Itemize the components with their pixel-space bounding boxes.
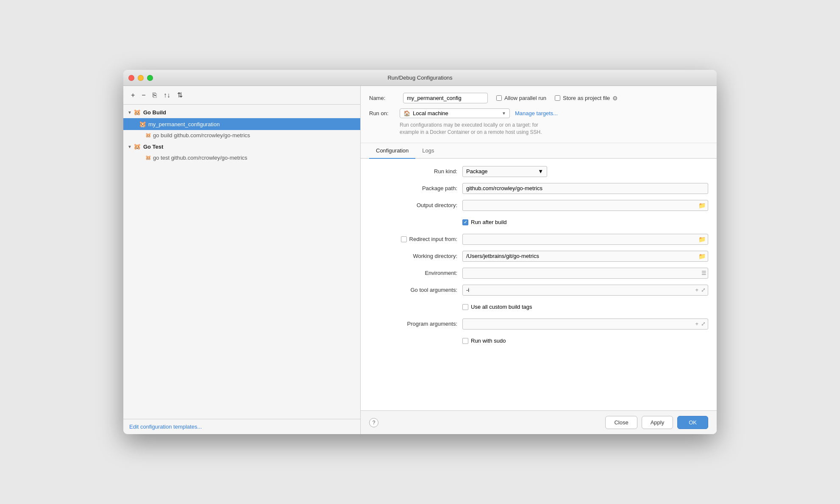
config-tree: ▼ 🐹 Go Build 🐹 my_permanent_configuratio… (123, 105, 360, 419)
content-area: + − ⎘ ↑↓ ⇅ ▼ 🐹 Go Build (123, 86, 717, 434)
package-path-label: Package path: (369, 185, 462, 191)
config-tabs: Configuration Logs (361, 143, 717, 159)
maximize-button[interactable] (147, 75, 153, 81)
allow-parallel-label[interactable]: Allow parallel run (496, 95, 546, 101)
store-as-project-checkbox[interactable] (555, 95, 560, 101)
package-path-field (462, 183, 708, 194)
redirect-input-input[interactable] (462, 234, 708, 245)
copy-config-button[interactable]: ⎘ (150, 90, 159, 101)
program-args-row: Program arguments: + ⤢ (369, 318, 708, 330)
config-icon-go-test: 🐹 (145, 155, 151, 161)
go-build-group-icon: 🐹 (134, 108, 141, 116)
output-dir-input[interactable] (462, 200, 708, 211)
program-args-input[interactable] (462, 318, 708, 330)
close-button-footer[interactable]: Close (605, 416, 637, 429)
run-with-sudo-field: Run with sudo (462, 338, 708, 344)
go-tool-args-row: Go tool arguments: + ⤢ (369, 284, 708, 296)
environment-edit-button[interactable]: ☰ (701, 270, 706, 276)
sidebar: + − ⎘ ↑↓ ⇅ ▼ 🐹 Go Build (123, 86, 361, 434)
redirect-input-label: Redirect input from: (369, 236, 462, 242)
config-item-label-go-test: go test github.com/rcrowley/go-metrics (153, 155, 248, 161)
footer-bar: ? Close Apply OK (361, 410, 717, 434)
go-tool-args-add-button[interactable]: + (694, 287, 699, 293)
chevron-down-icon: ▼ (502, 111, 506, 116)
sort-config-button[interactable]: ⇅ (175, 89, 185, 101)
working-dir-row: Working directory: 📁 (369, 250, 708, 262)
store-as-project-text: Store as project file (563, 95, 610, 101)
home-icon: 🏠 (403, 110, 410, 116)
name-label: Name: (369, 95, 395, 101)
add-config-button[interactable]: + (128, 90, 137, 101)
environment-row: Environment: ☰ (369, 267, 708, 279)
run-on-row: Run on: 🏠 Local machine ▼ Manage targets… (369, 108, 708, 118)
gear-icon[interactable]: ⚙ (612, 95, 618, 102)
environment-field: ☰ (462, 268, 708, 279)
go-tool-args-actions: + ⤢ (694, 287, 706, 293)
run-kind-select[interactable]: Package ▼ (462, 166, 547, 177)
program-args-add-button[interactable]: + (694, 321, 699, 327)
run-after-build-row: Run after build (369, 216, 708, 228)
move-config-button[interactable]: ↑↓ (161, 90, 173, 101)
tab-logs[interactable]: Logs (415, 143, 441, 159)
output-dir-row: Output directory: 📁 (369, 199, 708, 211)
output-dir-field: 📁 (462, 200, 708, 211)
package-path-input[interactable] (462, 183, 708, 194)
redirect-input-field: 📁 (462, 234, 708, 245)
config-body: Run kind: Package ▼ Package path: (361, 159, 717, 410)
custom-build-tags-text: Use all custom build tags (471, 304, 532, 310)
minimize-button[interactable] (138, 75, 144, 81)
run-kind-row: Run kind: Package ▼ (369, 166, 708, 177)
custom-build-tags-label[interactable]: Use all custom build tags (462, 304, 532, 310)
custom-build-tags-checkbox[interactable] (462, 304, 468, 310)
go-test-header[interactable]: ▼ 🐹 Go Test (123, 141, 360, 152)
program-args-actions: + ⤢ (694, 321, 706, 327)
move-icon: ↑↓ (164, 91, 170, 99)
redirect-input-checkbox[interactable] (401, 236, 407, 242)
tab-configuration[interactable]: Configuration (369, 143, 415, 159)
run-with-sudo-row: Run with sudo (369, 335, 708, 347)
config-item-go-test[interactable]: 🐹 go test github.com/rcrowley/go-metrics (123, 152, 360, 163)
go-tool-args-expand-button[interactable]: ⤢ (700, 287, 706, 293)
program-args-expand-button[interactable]: ⤢ (700, 321, 706, 327)
close-button[interactable] (128, 75, 134, 81)
program-args-label: Program arguments: (369, 321, 462, 327)
edit-templates-link[interactable]: Edit configuration templates... (129, 424, 202, 430)
working-dir-browse-button[interactable]: 📁 (698, 253, 706, 260)
run-on-label: Run on: (369, 110, 395, 116)
titlebar: Run/Debug Configurations (123, 70, 717, 86)
window-title: Run/Debug Configurations (387, 75, 452, 81)
run-hint-text: Run configurations may be executed local… (400, 122, 708, 136)
run-with-sudo-text: Run with sudo (471, 338, 506, 344)
remove-config-button[interactable]: − (139, 90, 148, 101)
output-dir-browse-button[interactable]: 📁 (698, 202, 706, 209)
run-with-sudo-checkbox[interactable] (462, 338, 468, 344)
allow-parallel-checkbox[interactable] (496, 95, 502, 101)
help-button[interactable]: ? (369, 418, 378, 427)
config-item-my-permanent[interactable]: 🐹 my_permanent_configuration (123, 118, 360, 130)
run-after-build-label[interactable]: Run after build (462, 219, 507, 225)
run-after-build-checkbox[interactable] (462, 219, 468, 225)
manage-targets-link[interactable]: Manage targets... (515, 110, 558, 116)
name-input[interactable] (403, 93, 488, 103)
run-on-value: Local machine (413, 110, 448, 116)
working-dir-input[interactable] (462, 251, 708, 262)
go-build-header[interactable]: ▼ 🐹 Go Build (123, 106, 360, 118)
go-test-arrow: ▼ (128, 144, 132, 149)
config-item-go-build[interactable]: 🐹 go build github.com/rcrowley/go-metric… (123, 130, 360, 141)
run-on-dropdown[interactable]: 🏠 Local machine ▼ (400, 108, 510, 118)
environment-label: Environment: (369, 270, 462, 276)
apply-button[interactable]: Apply (642, 416, 673, 429)
run-with-sudo-label[interactable]: Run with sudo (462, 338, 506, 344)
go-tool-args-input[interactable] (462, 285, 708, 296)
go-build-arrow: ▼ (128, 110, 132, 115)
custom-build-tags-field: Use all custom build tags (462, 304, 708, 310)
redirect-browse-button[interactable]: 📁 (698, 236, 706, 243)
footer-right: Close Apply OK (605, 416, 708, 429)
go-test-group-icon: 🐹 (134, 143, 141, 150)
store-as-project-label[interactable]: Store as project file ⚙ (555, 95, 618, 102)
config-item-label-my-permanent: my_permanent_configuration (148, 121, 220, 127)
environment-input[interactable] (462, 268, 708, 279)
go-build-label: Go Build (143, 109, 166, 116)
ok-button[interactable]: OK (677, 416, 708, 429)
output-dir-label: Output directory: (369, 202, 462, 208)
